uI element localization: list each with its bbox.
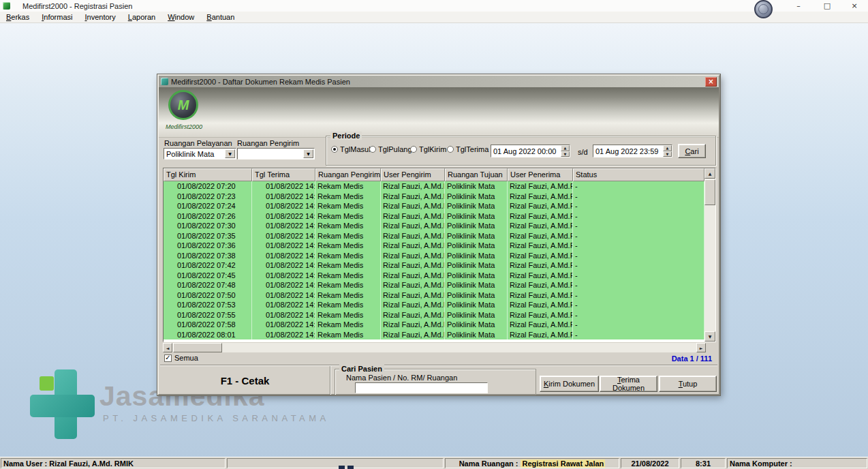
table-row[interactable]: 01/08/2022 07:4501/08/2022 14:17Rekam Me… [164,271,704,281]
column-header-status[interactable]: Status [573,168,704,181]
table-row[interactable]: 01/08/2022 07:4801/08/2022 14:17Rekam Me… [164,280,704,290]
emblem-inner-ring [758,4,769,14]
column-header-user-pengirim[interactable]: User Pengirim [381,168,445,181]
radio-tglterima[interactable]: TglTerima [447,145,489,153]
table-cell: Poliklinik Mata [445,310,508,320]
table-row[interactable]: 01/08/2022 07:3801/08/2022 14:16Rekam Me… [164,251,704,261]
tutup-button[interactable]: Tutup [659,376,717,392]
table-cell: Poliklinik Mata [445,330,508,340]
table-row[interactable]: 01/08/2022 07:2601/08/2022 14:15Rekam Me… [164,211,704,222]
menu-item-informasi[interactable]: Informasi [35,12,78,22]
table-cell: Rekam Medis [315,330,381,340]
dialog-title: Medifirst2000 - Daftar Dokumen Rekam Med… [171,78,350,86]
column-header-tgl-terima[interactable]: Tgl Terima [252,168,315,181]
table-cell: 01/08/2022 14:17 [252,280,315,290]
table-cell: 01/08/2022 07:26 [164,211,252,222]
table-row[interactable]: 01/08/2022 07:4201/08/2022 14:17Rekam Me… [164,260,704,271]
brand-subtitle: PT. JASAMEDIKA SARANATAMA [103,413,330,423]
table-cell: Rizal Fauzi, A.Md.RMIK [381,271,445,281]
column-header-tgl-kirim[interactable]: Tgl Kirim [164,168,252,181]
menu-item-laporan[interactable]: Laporan [122,12,161,22]
semua-label[interactable]: Semua [174,354,198,362]
horizontal-scroll-thumb[interactable] [173,343,222,352]
scrollbar-corner [706,343,716,352]
table-row[interactable]: 01/08/2022 07:5501/08/2022 14:18Rekam Me… [164,310,704,320]
cari-button[interactable]: Cari [678,144,706,158]
scroll-down-icon[interactable]: ▼ [704,331,715,342]
table-cell: - [573,201,704,211]
table-cell: Rizal Fauzi, A.Md.RMIK [381,211,445,222]
radio-tglmasuk[interactable]: TglMasuk [331,145,373,153]
table-cell: Rekam Medis [315,221,381,231]
menu-item-berkas[interactable]: Berkas [0,12,35,22]
minimize-button[interactable]: – [789,0,808,12]
date-to-spinner: ▲ ▼ [663,145,672,157]
semua-checkbox-row: ✓ Semua [164,354,198,362]
spin-up-icon[interactable]: ▲ [663,145,672,151]
maximize-button[interactable]: □ [818,0,837,12]
column-header-ruangan-pengirim[interactable]: Ruangan Pengirim [315,168,381,181]
kirim-dokumen-label: Kirim Dokumen [544,380,595,388]
table-row[interactable]: 01/08/2022 07:3501/08/2022 14:16Rekam Me… [164,231,704,241]
nama-pasien-input[interactable] [355,382,488,393]
ruangan-pengirim-dropdown[interactable]: ▼ [237,148,315,160]
table-cell: 01/08/2022 14:17 [252,260,315,271]
kirim-dokumen-button[interactable]: Kirim Dokumen [540,376,599,392]
chevron-down-icon[interactable]: ▼ [225,149,235,158]
radio-icon [447,146,454,153]
menu-item-inventory[interactable]: Inventory [79,12,122,22]
table-cell: Rekam Medis [315,320,381,330]
spin-down-icon[interactable]: ▼ [663,151,672,157]
date-from-field[interactable]: 01 Aug 2022 00:00 ▲ ▼ [491,145,570,157]
ruangan-pelayanan-label: Ruangan Pelayanan [164,139,232,147]
table-row[interactable]: 01/08/2022 07:5001/08/2022 14:17Rekam Me… [164,290,704,301]
table-row[interactable]: 01/08/2022 07:2301/08/2022 14:14Rekam Me… [164,192,704,202]
radio-tglkirim[interactable]: TglKirim [410,145,446,153]
table-cell: Rekam Medis [315,280,381,290]
periode-label: Periode [330,132,362,140]
table-row[interactable]: 01/08/2022 07:3601/08/2022 14:16Rekam Me… [164,241,704,251]
table-row[interactable]: 01/08/2022 07:2001/08/2022 14:12Rekam Me… [164,181,704,192]
chevron-down-icon[interactable]: ▼ [303,149,313,158]
table-row[interactable]: 01/08/2022 07:5301/08/2022 14:18Rekam Me… [164,300,704,310]
vertical-scroll-thumb[interactable] [704,179,715,205]
f1-cetak-label: F1 - Cetak [221,375,270,387]
scroll-up-icon[interactable]: ▲ [704,168,715,179]
ruangan-pelayanan-dropdown[interactable]: Poliklinik Mata ▼ [164,148,236,160]
table-cell: - [573,300,704,310]
table-row[interactable]: 01/08/2022 08:0101/08/2022 14:18Rekam Me… [164,330,704,340]
table-row[interactable]: 01/08/2022 07:5801/08/2022 14:18Rekam Me… [164,320,704,330]
table-cell: - [573,241,704,251]
dialog-titlebar[interactable]: Medifirst2000 - Daftar Dokumen Rekam Med… [159,76,719,87]
table-row[interactable]: 01/08/2022 07:2401/08/2022 14:15Rekam Me… [164,201,704,211]
table-cell: 01/08/2022 14:18 [252,310,315,320]
horizontal-scrollbar[interactable]: ◄ ► [163,343,706,352]
vertical-scrollbar[interactable]: ▲ ▼ [704,168,715,342]
table-cell: Rekam Medis [315,251,381,261]
radio-tglpulang[interactable]: TglPulang [369,145,412,153]
status-empty [227,458,444,468]
table-cell: Rizal Fauzi, A.Md.RMIK [508,181,573,192]
menu-item-window[interactable]: Window [161,12,200,22]
scroll-left-icon[interactable]: ◄ [163,343,172,352]
status-date: 21/08/2022 [621,458,679,468]
menu-item-bantuan[interactable]: Bantuan [200,12,241,22]
date-to-field[interactable]: 01 Aug 2022 23:59 ▲ ▼ [593,145,672,157]
table-cell: Rizal Fauzi, A.Md.RMIK [508,221,573,231]
terima-dokumen-button[interactable]: Terima Dokumen [600,376,657,392]
cari-pasien-label: Cari Pasien [339,365,384,373]
date-to-value: 01 Aug 2022 23:59 [593,145,663,157]
column-header-user-penerima[interactable]: User Penerima [508,168,573,181]
spin-up-icon[interactable]: ▲ [561,145,570,151]
semua-checkbox[interactable]: ✓ [164,354,172,362]
spin-down-icon[interactable]: ▼ [561,151,570,157]
scroll-right-icon[interactable]: ► [696,343,706,352]
table-row[interactable]: 01/08/2022 07:3001/08/2022 14:15Rekam Me… [164,221,704,231]
table-body: 01/08/2022 07:2001/08/2022 14:12Rekam Me… [164,181,704,342]
taskbar-icon [339,466,345,469]
column-header-ruangan-tujuan[interactable]: Ruangan Tujuan [445,168,508,181]
dialog-close-button[interactable]: × [705,77,717,87]
radio-icon [331,146,338,153]
documents-table: Tgl Kirim Tgl Terima Ruangan Pengirim Us… [163,168,716,342]
close-button[interactable]: × [845,0,864,12]
